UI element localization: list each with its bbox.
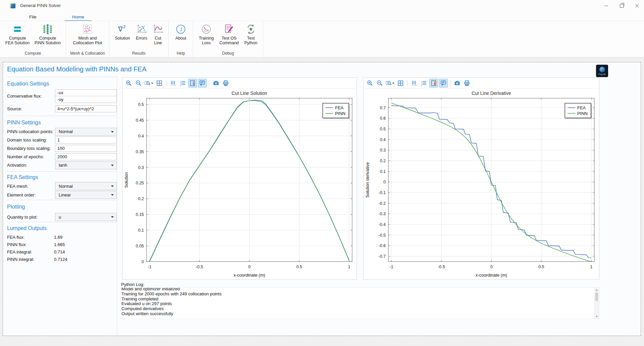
svg-text:FEA: FEA	[577, 105, 586, 110]
boundary-loss-input[interactable]	[55, 145, 117, 152]
snapshot-icon[interactable]	[453, 79, 462, 88]
settings-sidebar: Equation Settings Conservative flux: Sou…	[7, 75, 117, 263]
lumped-outputs-title: Lumped Outputs	[7, 225, 117, 232]
app-window: General PINN Solver File Home ComputeFEA…	[0, 0, 644, 346]
activation-select[interactable]: tanh	[55, 161, 117, 169]
chevron-down-icon	[111, 194, 114, 196]
ribbon-group-label-debug: Debug	[196, 50, 260, 57]
compute-fea-solution-button[interactable]: ComputeFEA Solution	[3, 21, 32, 45]
svg-text:0.5: 0.5	[538, 265, 544, 269]
solution-button[interactable]: ∇ 2 Solution	[112, 21, 133, 41]
flux-x-input[interactable]	[55, 89, 117, 96]
mesh-collocation-plot-button[interactable]: Mesh andCollocation Plot	[69, 21, 106, 45]
test-python-button[interactable]: TestPython	[241, 21, 260, 45]
ribbon: ComputeFEA Solution	[0, 21, 644, 58]
print-icon[interactable]	[463, 79, 471, 88]
zoom-out-icon[interactable]	[134, 79, 143, 88]
source-input[interactable]	[55, 105, 117, 112]
tab-home[interactable]: Home	[65, 13, 92, 21]
boundary-loss-label: Boundary loss scaling:	[7, 146, 55, 151]
svg-text:1: 1	[348, 265, 350, 269]
zoom-window-icon[interactable]	[144, 79, 154, 88]
zoom-extents-icon[interactable]	[155, 79, 164, 88]
collocation-points-select[interactable]: Normal	[55, 128, 117, 136]
log-scrollbar[interactable]	[594, 288, 599, 319]
close-icon	[635, 4, 639, 8]
training-loss-button[interactable]: TrainingLoss	[196, 21, 217, 45]
log-line: Training completed	[121, 297, 599, 302]
errors-button[interactable]: Errors	[133, 21, 150, 41]
flux-y-input[interactable]	[55, 96, 117, 103]
svg-text:-0.2: -0.2	[379, 201, 386, 206]
svg-text:0.3: 0.3	[138, 165, 144, 170]
color-legend-icon[interactable]	[188, 79, 197, 88]
x-grid-icon[interactable]	[169, 79, 177, 88]
fea-mesh-label: FEA mesh:	[7, 184, 55, 189]
title-bar: General PINN Solver	[0, 0, 644, 11]
y-grid-icon[interactable]	[178, 79, 187, 88]
epochs-label: Number of epochs:	[7, 154, 55, 159]
window-title: General PINN Solver	[20, 3, 61, 8]
svg-text:-0.3: -0.3	[379, 212, 386, 216]
svg-text:0.6: 0.6	[380, 116, 386, 121]
solution-plot-canvas[interactable]: -1-0.500.5100.050.10.150.20.250.30.350.4…	[122, 89, 357, 279]
scrollbar-thumb[interactable]	[595, 292, 598, 301]
main-panel: Equation Based Modeling with PINNs and F…	[3, 62, 641, 336]
zoom-out-icon[interactable]	[375, 79, 384, 88]
chevron-down-icon	[111, 165, 114, 166]
svg-text:-0.7: -0.7	[379, 254, 386, 259]
y-grid-icon[interactable]	[420, 79, 428, 88]
about-button[interactable]: i About	[171, 21, 190, 41]
ribbon-group-compute: ComputeFEA Solution	[0, 21, 66, 57]
ribbon-group-results: ∇ 2 Solution	[109, 21, 169, 57]
app-icon	[10, 3, 15, 8]
fea-mesh-select[interactable]: Normal	[55, 182, 117, 190]
epochs-input[interactable]	[55, 153, 117, 160]
tooltip-icon[interactable]	[198, 79, 207, 88]
plot-toolbar	[364, 78, 599, 89]
cut-line-button[interactable]: CutLine	[150, 21, 166, 45]
pinn-settings-title: PINN Settings	[7, 120, 117, 126]
solution-chart-panel: -1-0.500.5100.050.10.150.20.250.30.350.4…	[122, 77, 357, 280]
svg-text:Solution derivative: Solution derivative	[365, 162, 370, 198]
zoom-window-icon[interactable]	[385, 79, 395, 88]
zoom-in-icon[interactable]	[124, 79, 133, 88]
x-grid-icon[interactable]	[410, 79, 419, 88]
ribbon-group-debug: TrainingLoss Test OSCommand	[193, 21, 263, 57]
svg-text:0.2: 0.2	[138, 196, 144, 201]
minimize-button[interactable]	[601, 2, 611, 9]
svg-text:0.5: 0.5	[297, 265, 302, 269]
print-icon[interactable]	[221, 79, 230, 88]
derivative-plot-canvas[interactable]: -1-0.500.51-0.7-0.6-0.5-0.4-0.3-0.2-0.10…	[364, 89, 599, 279]
menu-file[interactable]: File	[26, 13, 40, 21]
svg-text:0.1: 0.1	[138, 228, 144, 233]
physai-logo: PhysAI	[596, 65, 608, 77]
fea-integral-label: FEA integral:	[7, 249, 54, 254]
test-os-command-button[interactable]: Test OSCommand	[217, 21, 241, 45]
zoom-extents-icon[interactable]	[396, 79, 405, 88]
close-button[interactable]	[632, 2, 642, 9]
tooltip-icon[interactable]	[439, 79, 448, 88]
restore-button[interactable]	[616, 2, 627, 9]
svg-text:0.15: 0.15	[136, 212, 144, 217]
color-legend-icon[interactable]	[429, 79, 438, 88]
chevron-down-icon	[111, 185, 114, 187]
quantity-to-plot-select[interactable]: u	[55, 213, 117, 221]
divider	[7, 171, 117, 172]
snapshot-icon[interactable]	[212, 79, 220, 88]
scroll-down-icon[interactable]	[595, 314, 599, 319]
log-line: Evaluated u on 297 points	[121, 301, 599, 306]
svg-text:i: i	[180, 26, 182, 33]
ribbon-group-help: i About Help	[169, 21, 193, 57]
element-order-select[interactable]: Linear	[55, 191, 117, 199]
svg-text:FEA: FEA	[335, 105, 344, 110]
activation-label: Activation:	[7, 163, 55, 168]
scroll-up-icon[interactable]	[595, 288, 599, 292]
svg-text:0.4: 0.4	[138, 134, 144, 138]
compute-pinn-solution-button[interactable]: ComputePiNN Solution	[32, 21, 63, 45]
domain-loss-input[interactable]	[55, 136, 117, 143]
derivative-chart-panel: -1-0.500.51-0.7-0.6-0.5-0.4-0.3-0.2-0.10…	[363, 77, 599, 280]
source-label: Source:	[7, 106, 55, 111]
log-line: Model and optimizer initialized	[121, 287, 599, 292]
zoom-in-icon[interactable]	[366, 79, 374, 88]
